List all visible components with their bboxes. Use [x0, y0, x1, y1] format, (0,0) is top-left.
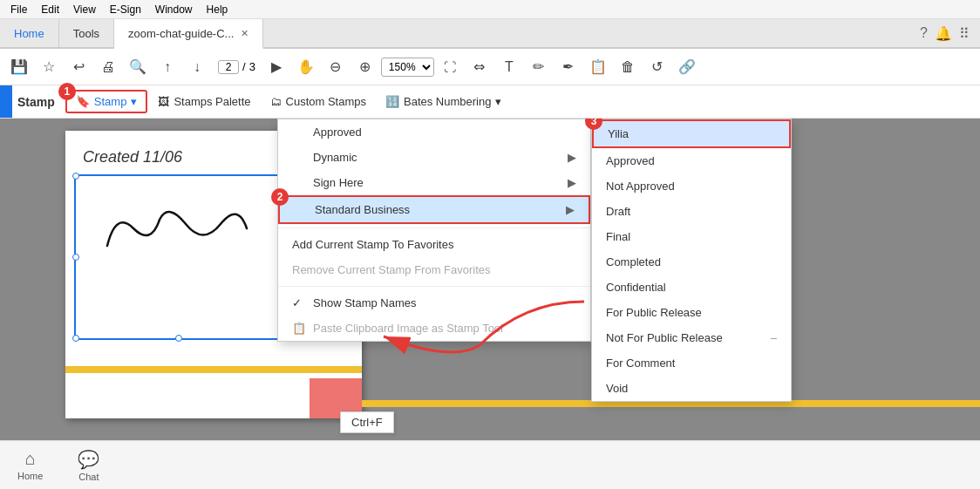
- stamp-menu-approved[interactable]: Approved: [278, 119, 590, 145]
- bates-numbering-button[interactable]: 🔢 Bates Numbering ▾: [377, 92, 510, 112]
- submenu-confidential[interactable]: Confidential: [592, 275, 791, 300]
- tab-tools[interactable]: Tools: [59, 19, 114, 47]
- menu-file[interactable]: File: [3, 0, 34, 19]
- help-icon[interactable]: ?: [920, 25, 928, 41]
- menubar: File Edit View E-Sign Window Help: [0, 0, 980, 19]
- tab-document[interactable]: zoom-chat-guide-C... ✕: [114, 19, 263, 49]
- zoom-minus-button[interactable]: ⊖: [322, 53, 350, 81]
- apps-icon[interactable]: ⠿: [959, 25, 970, 42]
- text-select-button[interactable]: T: [495, 53, 523, 81]
- tab-home[interactable]: Home: [0, 19, 59, 47]
- back-button[interactable]: ↩: [65, 53, 92, 81]
- print-button[interactable]: 🖨: [94, 53, 122, 81]
- stamp-menu-standard-business[interactable]: Standard Business ▶ 2: [278, 195, 590, 224]
- zoom-select[interactable]: 150% 100% 75%: [381, 58, 434, 77]
- stamp-button[interactable]: 🔖 Stamp ▾ 1: [65, 90, 148, 113]
- zoom-out-button[interactable]: 🔍: [124, 53, 152, 81]
- nav-chat[interactable]: 💬 Chat: [60, 445, 117, 486]
- chat-nav-icon: 💬: [78, 449, 99, 470]
- signature-image: [76, 176, 282, 288]
- submenu-void[interactable]: Void: [592, 376, 791, 401]
- dynamic-arrow-icon: ▶: [568, 151, 576, 164]
- delete-button[interactable]: 🗑: [614, 53, 642, 81]
- sign-here-arrow-icon: ▶: [568, 176, 576, 189]
- menu-window[interactable]: Window: [148, 0, 200, 19]
- stamp-menu-dynamic[interactable]: Dynamic ▶: [278, 145, 590, 170]
- menu-edit[interactable]: Edit: [34, 0, 66, 19]
- home-nav-icon: ⌂: [25, 449, 36, 469]
- submenu-yilia[interactable]: Yilia 3: [592, 119, 791, 148]
- pan-tool[interactable]: ✋: [292, 53, 320, 81]
- stamp-dropdown: Approved Dynamic ▶ Sign Here ▶ Standard …: [277, 119, 591, 342]
- bottom-nav-area: ⌂ Home 💬 Chat: [0, 440, 980, 489]
- step2-badge: 2: [271, 188, 289, 206]
- submenu-completed[interactable]: Completed: [592, 249, 791, 275]
- undo-button[interactable]: ↺: [643, 53, 671, 81]
- toolbar: 💾 ☆ ↩ 🖨 🔍 ↑ ↓ / 3 ▶ ✋ ⊖ ⊕ 150% 100% 75% …: [0, 49, 980, 85]
- submenu-draft[interactable]: Draft: [592, 199, 791, 224]
- stamp-menu-add-favorites[interactable]: Add Current Stamp To Favorites: [278, 232, 590, 257]
- custom-stamp-icon: 🗂: [270, 95, 282, 108]
- shortcut-hint: Ctrl+F: [340, 411, 394, 433]
- paste-icon: 📋: [292, 322, 306, 335]
- fit-page-button[interactable]: ⛶: [436, 53, 464, 81]
- menu-esign[interactable]: E-Sign: [103, 0, 148, 19]
- submenu-for-public-release[interactable]: For Public Release: [592, 300, 791, 325]
- sign-button[interactable]: ✒: [555, 53, 582, 81]
- stamp-menu-paste-clipboard: 📋 Paste Clipboard Image as Stamp Tool: [278, 316, 590, 341]
- notification-icon[interactable]: 🔔: [935, 25, 952, 42]
- select-tool[interactable]: ▶: [262, 53, 290, 81]
- bates-icon: 🔢: [385, 95, 399, 108]
- main-content: Created 11/06: [0, 119, 980, 489]
- submenu-approved[interactable]: Approved: [592, 148, 791, 173]
- nav-home[interactable]: ⌂ Home: [0, 445, 60, 485]
- palette-icon: 🖼: [158, 95, 169, 108]
- submenu-for-comment[interactable]: For Comment: [592, 350, 791, 376]
- stamp-menu-show-names[interactable]: ✓ Show Stamp Names: [278, 290, 590, 316]
- stamp-menu-sign-here[interactable]: Sign Here ▶: [278, 170, 590, 195]
- zoom-plus-button[interactable]: ⊕: [351, 53, 379, 81]
- rotate-button[interactable]: ⇔: [466, 53, 493, 81]
- submenu-not-for-public-release[interactable]: Not For Public Release –: [592, 325, 791, 350]
- standard-business-arrow-icon: ▶: [566, 203, 575, 216]
- yellow-bar: [65, 366, 362, 373]
- submenu-not-approved[interactable]: Not Approved: [592, 173, 791, 199]
- page-number-input[interactable]: [218, 60, 239, 74]
- save-button[interactable]: 💾: [5, 53, 33, 81]
- stamp-icon: 🔖: [76, 95, 90, 108]
- bookmark-button[interactable]: ☆: [35, 53, 63, 81]
- selection-box[interactable]: [74, 174, 283, 340]
- tab-close-icon[interactable]: ✕: [241, 28, 248, 39]
- redact-button[interactable]: 📋: [584, 53, 612, 81]
- tabbar: Home Tools zoom-chat-guide-C... ✕ ? 🔔 ⠿: [0, 19, 980, 49]
- submenu-final[interactable]: Final: [592, 224, 791, 249]
- menu-help[interactable]: Help: [200, 0, 235, 19]
- stamp-menu-remove-favorites: Remove Current Stamp From Favorites: [278, 257, 590, 282]
- checkmark-icon: ✓: [292, 296, 306, 309]
- stamps-palette-button[interactable]: 🖼 Stamps Palette: [149, 92, 259, 112]
- edit-button[interactable]: ✏: [525, 53, 553, 81]
- menu-view[interactable]: View: [66, 0, 103, 19]
- prev-page-button[interactable]: ↑: [153, 53, 181, 81]
- next-page-button[interactable]: ↓: [183, 53, 211, 81]
- link-button[interactable]: 🔗: [673, 53, 701, 81]
- page-nav: / 3: [213, 60, 261, 74]
- submenu: Yilia 3 Approved Not Approved Draft Fina…: [591, 119, 792, 402]
- page-total: 3: [249, 60, 255, 73]
- custom-stamps-button[interactable]: 🗂 Custom Stamps: [262, 92, 375, 112]
- step1-badge: 1: [58, 83, 76, 100]
- stamp-toolbar: Stamp 🔖 Stamp ▾ 1 🖼 Stamps Palette 🗂 Cus…: [0, 85, 980, 119]
